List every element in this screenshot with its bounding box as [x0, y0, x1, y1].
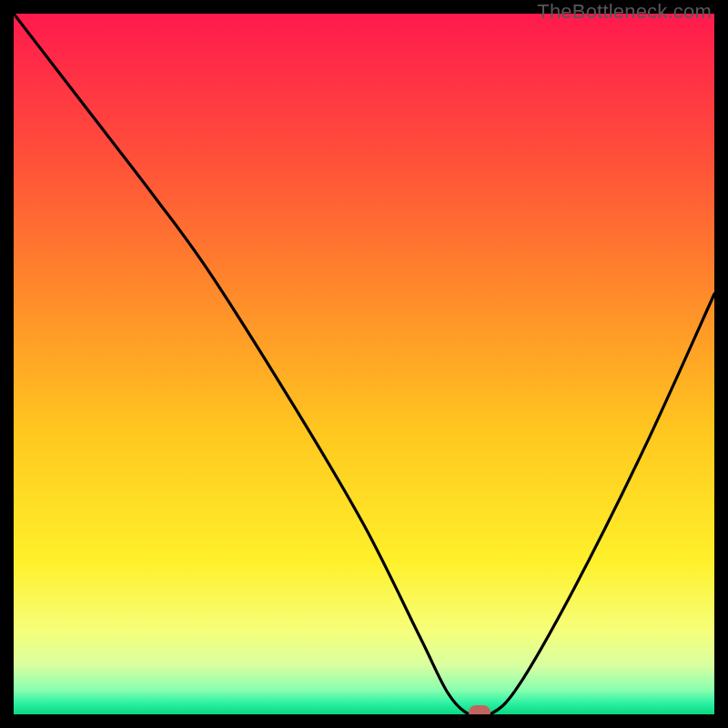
chart-frame [0, 0, 728, 728]
watermark-text: TheBottleneck.com [537, 0, 712, 24]
